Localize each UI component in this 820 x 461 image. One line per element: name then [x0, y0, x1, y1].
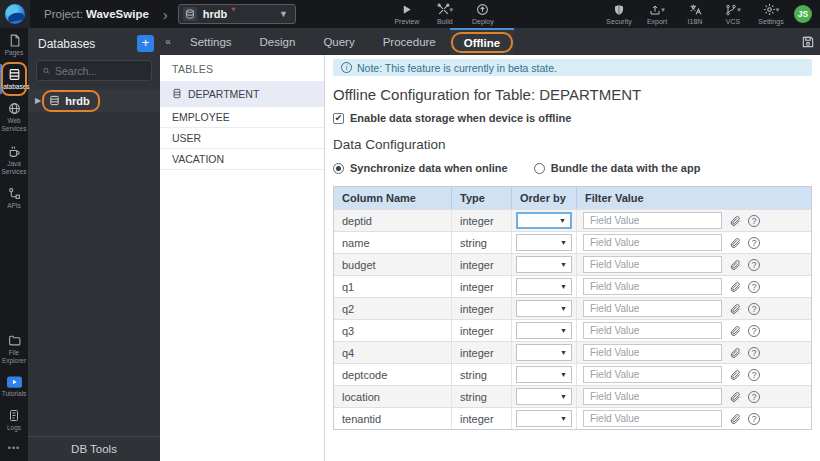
- filter-value-input[interactable]: [583, 234, 722, 251]
- help-icon[interactable]: ?: [748, 281, 760, 293]
- column-name-cell: deptid: [334, 210, 452, 231]
- order-by-select[interactable]: ▼: [516, 212, 572, 229]
- column-config-row: q4 integer ▼: [334, 341, 811, 363]
- filter-value-input[interactable]: [583, 322, 722, 339]
- order-by-select[interactable]: ▼: [516, 366, 572, 383]
- filter-value-input[interactable]: [583, 256, 722, 273]
- filter-value-input[interactable]: [583, 344, 722, 361]
- help-icon[interactable]: ?: [748, 413, 760, 425]
- radio-bundle-with-app[interactable]: Bundle the data with the app: [534, 162, 701, 174]
- filter-value-input[interactable]: [583, 300, 722, 317]
- paperclip-icon[interactable]: [729, 413, 741, 425]
- order-by-select[interactable]: ▼: [516, 322, 572, 339]
- filter-value-input[interactable]: [583, 366, 722, 383]
- sidebar-item-pages[interactable]: Pages: [0, 28, 28, 62]
- paperclip-icon[interactable]: [729, 237, 741, 249]
- paperclip-icon[interactable]: [729, 347, 741, 359]
- app-logo[interactable]: [0, 0, 30, 28]
- save-button[interactable]: [796, 28, 820, 55]
- paperclip-icon[interactable]: [729, 281, 741, 293]
- table-list-item-user[interactable]: USER: [160, 128, 324, 149]
- column-config-row: name string ▼: [334, 231, 811, 253]
- order-by-select[interactable]: ▼: [516, 344, 572, 361]
- radio-unselected-icon: [534, 163, 545, 174]
- paperclip-icon[interactable]: [729, 369, 741, 381]
- expand-caret-icon[interactable]: ▶: [35, 96, 41, 105]
- tab-settings[interactable]: Settings: [176, 28, 246, 55]
- more-options-icon[interactable]: •••: [0, 437, 28, 461]
- export-button[interactable]: ▾ Export: [638, 3, 676, 25]
- tab-query[interactable]: Query: [309, 28, 368, 55]
- sidebar-item-databases[interactable]: Databases: [0, 62, 28, 96]
- order-by-select[interactable]: ▼: [516, 234, 572, 251]
- chevron-down-icon: ▼: [279, 9, 288, 19]
- radio-selected-icon: [333, 163, 344, 174]
- help-icon[interactable]: ?: [748, 237, 760, 249]
- sidebar-item-java-services[interactable]: Java Services: [0, 139, 28, 181]
- tab-design[interactable]: Design: [246, 28, 310, 55]
- search-input[interactable]: [55, 65, 145, 77]
- help-icon[interactable]: ?: [748, 325, 760, 337]
- help-icon[interactable]: ?: [748, 215, 760, 227]
- sidebar-item-apis[interactable]: APIs: [0, 181, 28, 215]
- enable-offline-storage-checkbox-row[interactable]: ✔ Enable data storage when device is off…: [333, 112, 812, 124]
- help-icon[interactable]: ?: [748, 369, 760, 381]
- radio-synchronize-online[interactable]: Synchronize data when online: [333, 162, 508, 174]
- settings-button[interactable]: ▾ Settings: [752, 3, 790, 25]
- i18n-button[interactable]: I18N: [676, 3, 714, 25]
- play-icon: [401, 3, 412, 16]
- help-icon[interactable]: ?: [748, 303, 760, 315]
- deploy-button[interactable]: Deploy: [464, 3, 502, 25]
- tab-offline[interactable]: Offline: [450, 28, 514, 55]
- order-by-select[interactable]: ▼: [516, 410, 572, 427]
- sidebar-item-logs[interactable]: Logs: [0, 403, 28, 437]
- database-tree-item-hrdb[interactable]: ▶ hrdb: [28, 89, 160, 112]
- column-config-row: q2 integer ▼: [334, 297, 811, 319]
- filter-value-input[interactable]: [583, 388, 722, 405]
- order-by-select[interactable]: ▼: [516, 256, 572, 273]
- db-tools-button[interactable]: DB Tools: [28, 436, 160, 461]
- filter-value-input[interactable]: [583, 410, 722, 427]
- table-list-item-department[interactable]: DEPARTMENT: [160, 81, 324, 107]
- chevron-down-icon: ▼: [559, 217, 566, 224]
- branch-icon: ▾: [725, 3, 741, 16]
- table-list-item-vacation[interactable]: VACATION: [160, 149, 324, 170]
- add-database-button[interactable]: +: [137, 35, 154, 52]
- column-type-cell: string: [452, 386, 512, 407]
- preview-button[interactable]: Preview: [388, 3, 426, 25]
- paperclip-icon[interactable]: [729, 391, 741, 403]
- chevron-down-icon: ▼: [560, 349, 567, 356]
- paperclip-icon[interactable]: [729, 215, 741, 227]
- database-context-selector[interactable]: hrdb * ▼: [178, 4, 296, 24]
- help-icon[interactable]: ?: [748, 391, 760, 403]
- paperclip-icon[interactable]: [729, 325, 741, 337]
- sidebar-item-file-explorer[interactable]: File Explorer: [0, 328, 28, 370]
- help-icon[interactable]: ?: [748, 347, 760, 359]
- paperclip-icon[interactable]: [729, 259, 741, 271]
- security-button[interactable]: Security: [600, 3, 638, 25]
- checkbox-checked-icon[interactable]: ✔: [333, 113, 344, 124]
- wavemaker-logo-icon: [5, 4, 25, 24]
- top-bar: Project:WaveSwipe › hrdb * ▼ Preview ▾ B…: [0, 0, 820, 28]
- sidebar-item-web-services[interactable]: Web Services: [0, 96, 28, 138]
- help-icon[interactable]: ?: [748, 259, 760, 271]
- build-button[interactable]: ▾ Build: [426, 3, 464, 25]
- user-avatar[interactable]: JS: [794, 5, 812, 23]
- filter-value-input[interactable]: [583, 212, 722, 229]
- column-type-cell: integer: [452, 276, 512, 297]
- column-config-table: Column Name Type Order by Filter Value d…: [333, 186, 812, 430]
- filter-value-input[interactable]: [583, 278, 722, 295]
- order-by-select[interactable]: ▼: [516, 278, 572, 295]
- column-type-cell: integer: [452, 320, 512, 341]
- table-list-item-employee[interactable]: EMPLOYEE: [160, 107, 324, 128]
- tab-procedure[interactable]: Procedure: [369, 28, 450, 55]
- sidebar-item-tutorials[interactable]: Tutorials: [0, 370, 28, 403]
- collapse-panel-icon[interactable]: «: [160, 28, 176, 55]
- order-by-select[interactable]: ▼: [516, 388, 572, 405]
- column-type-cell: integer: [452, 342, 512, 363]
- order-by-select[interactable]: ▼: [516, 300, 572, 317]
- paperclip-icon[interactable]: [729, 303, 741, 315]
- editor-tab-bar: « Settings Design Query Procedure Offlin…: [160, 28, 820, 55]
- column-type-cell: string: [452, 364, 512, 385]
- vcs-button[interactable]: ▾ VCS: [714, 3, 752, 25]
